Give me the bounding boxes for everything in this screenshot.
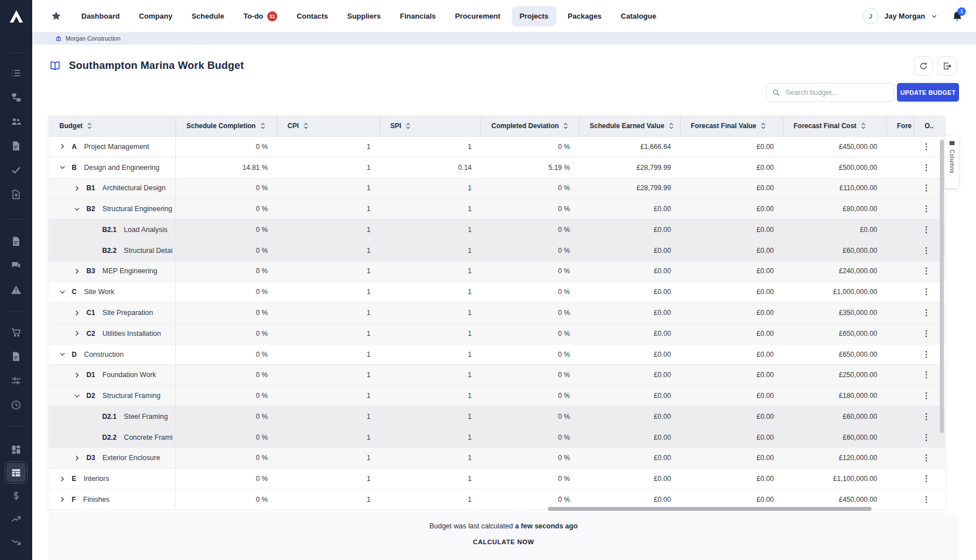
sort-icon[interactable] [563,122,568,130]
collapse-chevron-down-icon[interactable] [72,204,81,213]
sort-icon[interactable] [87,122,92,130]
row-actions-kebab-icon[interactable] [921,163,931,173]
sidebar-item-file-upload[interactable] [6,185,26,204]
budget-row-b2-2[interactable]: B2.2Structural Detai0 %110 %£0.00£0.00£6… [49,240,945,261]
app-logo[interactable] [0,0,32,32]
column-header-forecast-final-value[interactable]: Forecast Final Value [680,116,783,136]
budget-row-c[interactable]: CSite Work0 %110 %£0.00£0.00£1,000,000.0… [49,282,945,303]
sidebar-item-warning[interactable] [6,280,26,299]
column-header-forecast-final-cost[interactable]: Forecast Final Cost [783,116,886,136]
row-actions-kebab-icon[interactable] [921,142,931,152]
search-input[interactable] [785,88,888,97]
sidebar-item-chat[interactable] [6,256,26,275]
expand-chevron-right-icon[interactable] [58,495,67,504]
sidebar-item-document[interactable] [6,136,26,155]
column-header-budget[interactable]: Budget [49,116,176,136]
expand-chevron-right-icon[interactable] [72,329,81,338]
budget-row-e[interactable]: EInteriors0 %110 %£0.00£0.00£1,100,000.0… [49,469,945,489]
sort-icon[interactable] [406,122,411,130]
column-header-cpi[interactable]: CPI [277,116,380,136]
budget-row-d2-2[interactable]: D2.2Concrete Frami0 %110 %£0.00£0.00£60,… [49,427,945,448]
expand-chevron-right-icon[interactable] [72,308,81,317]
sort-icon[interactable] [260,122,265,130]
collapse-chevron-down-icon[interactable] [58,163,67,172]
breadcrumb-company[interactable]: Morgan Construction [66,35,120,42]
collapse-chevron-down-icon[interactable] [58,287,67,296]
nav-item-projects[interactable]: Projects [512,6,556,27]
column-header-schedule-completion[interactable]: Schedule Completion [176,116,277,136]
sort-icon[interactable] [861,122,866,130]
sort-icon[interactable] [761,122,766,130]
sidebar-item-document[interactable] [6,347,26,366]
row-actions-kebab-icon[interactable] [921,204,931,214]
nav-item-financials[interactable]: Financials [392,6,444,27]
sidebar-item-dollar[interactable] [6,486,26,505]
row-actions-kebab-icon[interactable] [921,370,931,380]
row-actions-kebab-icon[interactable] [921,474,931,484]
nav-item-to-do[interactable]: To-do11 [236,6,285,27]
budget-row-d3[interactable]: D3Exterior Enclosure0 %110 %£0.00£0.00£1… [49,448,945,469]
sidebar-item-table[interactable] [6,463,26,482]
column-header-completed-deviation[interactable]: Completed Deviation [481,116,579,136]
columns-panel-tab[interactable]: Columns [945,136,958,188]
row-actions-kebab-icon[interactable] [921,391,931,401]
chevron-down-icon[interactable] [931,13,938,20]
row-actions-kebab-icon[interactable] [921,349,931,360]
sidebar-item-adjustments[interactable] [6,371,26,390]
expand-chevron-right-icon[interactable] [72,453,81,462]
collapse-chevron-down-icon[interactable] [72,391,81,400]
collapse-chevron-down-icon[interactable] [58,350,67,359]
nav-item-suppliers[interactable]: Suppliers [339,6,389,27]
budget-row-c1[interactable]: C1Site Preparation0 %110 %£0.00£0.00£350… [49,303,945,323]
nav-item-dashboard[interactable]: Dashboard [73,6,128,27]
sidebar-item-check[interactable] [6,160,26,180]
notifications-bell-icon[interactable]: 1 [951,10,964,23]
sidebar-item-trend-down[interactable] [6,532,26,552]
horizontal-scrollbar[interactable] [548,507,872,511]
budget-row-b2-1[interactable]: B2.1Load Analysis0 %110 %£0.00£0.00£0.00 [49,220,945,240]
expand-chevron-right-icon[interactable] [58,474,67,483]
row-actions-kebab-icon[interactable] [921,453,931,463]
avatar[interactable]: J [862,8,879,24]
budget-row-b2[interactable]: B2Structural Engineering0 %110 %£0.00£0.… [49,199,945,220]
row-actions-kebab-icon[interactable] [921,183,931,193]
column-header-spi[interactable]: SPI [380,116,481,136]
budget-row-c2[interactable]: C2Utilities Installation0 %110 %£0.00£0.… [49,323,945,344]
row-actions-kebab-icon[interactable] [921,266,931,276]
export-button[interactable] [938,56,957,76]
row-actions-kebab-icon[interactable] [921,432,931,443]
column-header-schedule-earned-value[interactable]: Schedule Earned Value [579,116,680,136]
sort-icon[interactable] [303,122,308,130]
nav-item-company[interactable]: Company [131,6,180,27]
row-actions-kebab-icon[interactable] [921,329,931,339]
budget-row-d2-1[interactable]: D2.1Steel Framing0 %110 %£0.00£0.00£60,0… [49,406,945,427]
row-actions-kebab-icon[interactable] [921,495,931,505]
sidebar-item-people[interactable] [6,112,26,131]
budget-row-d1[interactable]: D1Foundation Work0 %110 %£0.00£0.00£250,… [49,365,945,386]
budget-row-b3[interactable]: B3MEP Engineering0 %110 %£0.00£0.00£240,… [49,261,945,282]
sidebar-item-dashboard[interactable] [6,440,26,459]
budget-row-d[interactable]: DConstruction0 %110 %£0.00£0.00£650,000.… [49,344,945,365]
nav-item-catalogue[interactable]: Catalogue [613,6,664,27]
budget-row-b[interactable]: BDesign and Engineering14.81 %10.145.19 … [49,158,945,178]
update-budget-button[interactable]: UPDATE BUDGET [897,83,959,102]
sidebar-item-cart[interactable] [6,322,26,342]
row-actions-kebab-icon[interactable] [921,412,931,422]
calculate-now-button[interactable]: CALCULATE NOW [473,539,534,545]
refresh-button[interactable] [914,56,933,76]
sort-icon[interactable] [669,122,674,130]
nav-item-packages[interactable]: Packages [560,6,609,27]
nav-item-procurement[interactable]: Procurement [447,6,508,27]
expand-chevron-right-icon[interactable] [58,142,67,151]
row-actions-kebab-icon[interactable] [921,287,931,297]
expand-chevron-right-icon[interactable] [72,266,81,275]
user-name[interactable]: Jay Morgan [884,12,925,20]
sidebar-item-list[interactable] [6,63,26,82]
budget-row-a[interactable]: AProject Management0 %110 %£1,666.64£0.0… [49,137,945,158]
vertical-scrollbar[interactable] [940,139,944,433]
sidebar-item-trend-up[interactable] [6,509,26,528]
budget-row-d2[interactable]: D2Structural Framing0 %110 %£0.00£0.00£1… [49,386,945,406]
row-actions-kebab-icon[interactable] [921,246,931,256]
nav-item-schedule[interactable]: Schedule [184,6,232,27]
row-actions-kebab-icon[interactable] [921,308,931,318]
